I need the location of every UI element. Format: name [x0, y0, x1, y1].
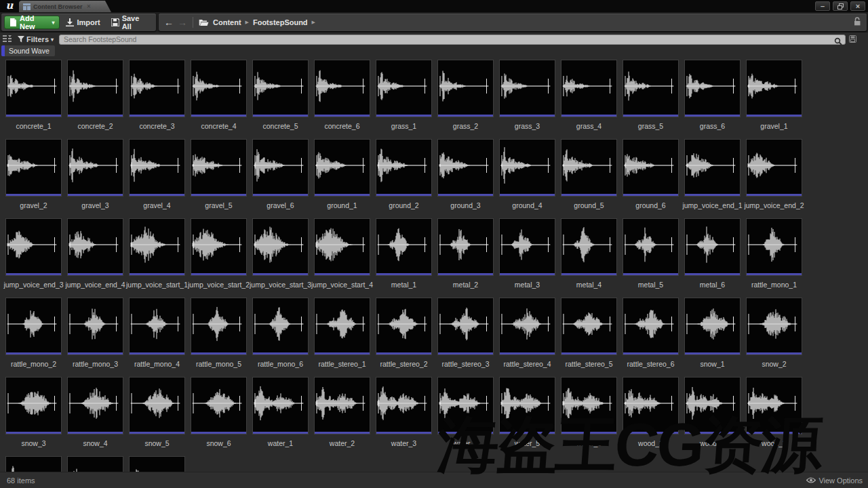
soundwave-thumbnail[interactable] [623, 377, 679, 434]
asset-tile[interactable]: grass_2 [437, 60, 494, 136]
soundwave-thumbnail[interactable] [746, 218, 802, 276]
soundwave-thumbnail[interactable] [314, 218, 370, 276]
asset-tile[interactable]: rattle_mono_2 [5, 298, 62, 373]
nav-forward-button[interactable]: → [178, 18, 187, 27]
soundwave-thumbnail[interactable] [191, 377, 247, 434]
soundwave-thumbnail[interactable] [67, 60, 123, 117]
asset-tile[interactable]: jump_voice_start_3 [252, 218, 309, 294]
soundwave-thumbnail[interactable] [314, 377, 370, 434]
asset-tile[interactable]: wood_2 [684, 377, 741, 453]
asset-tile[interactable]: ground_4 [499, 139, 555, 215]
asset-tile[interactable]: concrete_2 [67, 60, 123, 136]
asset-tile[interactable]: gravel_3 [67, 139, 123, 215]
soundwave-thumbnail[interactable] [252, 298, 309, 355]
asset-tile[interactable]: snow_6 [191, 377, 247, 453]
breadcrumb-arrow-icon[interactable]: ▶ [312, 20, 315, 25]
soundwave-thumbnail[interactable] [499, 298, 555, 355]
soundwave-thumbnail[interactable] [5, 139, 62, 197]
soundwave-thumbnail[interactable] [191, 139, 247, 197]
soundwave-thumbnail[interactable] [314, 60, 370, 117]
soundwave-thumbnail[interactable] [5, 298, 62, 355]
soundwave-thumbnail[interactable] [67, 377, 123, 434]
asset-tile[interactable]: rattle_mono_3 [67, 298, 123, 373]
soundwave-thumbnail[interactable] [623, 298, 679, 355]
asset-tile[interactable]: jump_voice_start_1 [129, 218, 185, 294]
soundwave-thumbnail[interactable] [67, 139, 123, 197]
import-button[interactable]: Import [61, 15, 104, 30]
soundwave-thumbnail[interactable] [376, 218, 432, 276]
soundwave-thumbnail[interactable] [129, 60, 185, 117]
asset-tile[interactable]: rattle_mono_6 [252, 298, 309, 373]
asset-tile[interactable]: jump_voice_end_1 [684, 139, 741, 215]
asset-tile[interactable]: metal_5 [623, 218, 679, 294]
asset-tile[interactable]: concrete_5 [252, 60, 309, 136]
soundwave-thumbnail[interactable] [67, 218, 123, 276]
asset-tile[interactable]: jump_voice_end_4 [67, 218, 123, 294]
add-new-button[interactable]: Add New ▾ [4, 16, 60, 29]
soundwave-thumbnail[interactable] [561, 298, 617, 355]
asset-tile[interactable]: water_3 [376, 377, 432, 453]
asset-tile[interactable]: wood_1 [623, 377, 679, 453]
asset-tile[interactable]: snow_5 [129, 377, 185, 453]
soundwave-thumbnail[interactable] [437, 218, 494, 276]
soundwave-thumbnail[interactable] [314, 298, 370, 355]
soundwave-thumbnail[interactable] [252, 218, 309, 276]
breadcrumb-arrow-icon[interactable]: ▶ [245, 20, 249, 25]
soundwave-thumbnail[interactable] [746, 139, 802, 197]
asset-tile[interactable]: grass_5 [623, 60, 679, 136]
breadcrumb-content[interactable]: Content [213, 18, 241, 26]
asset-tile[interactable]: metal_1 [376, 218, 432, 294]
asset-tile[interactable]: metal_6 [684, 218, 741, 294]
asset-tile[interactable]: ground_5 [561, 139, 617, 215]
asset-tile[interactable]: rattle_stereo_2 [376, 298, 432, 373]
asset-tile[interactable]: grass_6 [684, 60, 741, 136]
soundwave-thumbnail[interactable] [376, 298, 432, 355]
asset-tile[interactable]: water_6 [561, 377, 617, 453]
breadcrumb-footstepsound[interactable]: FootstepSound [253, 18, 308, 26]
asset-tile[interactable]: snow_1 [684, 298, 741, 373]
soundwave-thumbnail[interactable] [191, 298, 247, 355]
asset-tile[interactable]: grass_4 [561, 60, 617, 136]
save-search-button[interactable] [849, 33, 856, 45]
soundwave-thumbnail[interactable] [684, 298, 741, 355]
asset-tile[interactable]: jump_voice_end_3 [5, 218, 62, 294]
soundwave-thumbnail[interactable] [684, 60, 741, 117]
asset-tile[interactable]: rattle_stereo_4 [499, 298, 555, 373]
asset-tile[interactable]: ground_2 [376, 139, 432, 215]
asset-tile[interactable]: rattle_mono_1 [746, 218, 802, 294]
asset-tile[interactable]: rattle_mono_5 [191, 298, 247, 373]
soundwave-thumbnail[interactable] [684, 139, 741, 197]
asset-tile[interactable]: ground_1 [314, 139, 370, 215]
asset-tile[interactable]: ground_6 [623, 139, 679, 215]
asset-tile[interactable]: water_5 [499, 377, 555, 453]
asset-tile[interactable]: rattle_mono_4 [129, 298, 185, 373]
tab-close-icon[interactable]: ✕ [87, 3, 92, 9]
filters-dropdown-button[interactable]: Filters ▾ [18, 35, 54, 43]
asset-tile[interactable]: gravel_1 [746, 60, 802, 136]
asset-tile[interactable]: water_1 [252, 377, 309, 453]
soundwave-thumbnail[interactable] [746, 377, 802, 434]
soundwave-thumbnail[interactable] [376, 139, 432, 197]
save-all-button[interactable]: Save All [106, 15, 153, 30]
asset-tile[interactable]: grass_3 [499, 60, 555, 136]
soundwave-thumbnail[interactable] [437, 60, 494, 117]
soundwave-thumbnail[interactable] [623, 60, 679, 117]
close-button[interactable]: × [850, 1, 865, 11]
sources-panel-toggle-button[interactable] [3, 33, 12, 45]
asset-tile[interactable]: metal_4 [561, 218, 617, 294]
soundwave-thumbnail[interactable] [623, 218, 679, 276]
asset-tile[interactable]: water_2 [314, 377, 370, 453]
soundwave-thumbnail[interactable] [129, 377, 185, 434]
asset-tile[interactable]: jump_voice_end_2 [746, 139, 802, 215]
soundwave-thumbnail[interactable] [252, 377, 309, 434]
soundwave-thumbnail[interactable] [129, 298, 185, 355]
asset-tile[interactable]: concrete_6 [314, 60, 370, 136]
soundwave-thumbnail[interactable] [499, 218, 555, 276]
soundwave-thumbnail[interactable] [67, 298, 123, 355]
nav-back-button[interactable]: ← [164, 18, 174, 27]
asset-tile[interactable]: snow_3 [5, 377, 62, 453]
minimize-button[interactable]: – [815, 1, 830, 11]
asset-tile[interactable]: gravel_4 [129, 139, 185, 215]
soundwave-thumbnail[interactable] [746, 298, 802, 355]
asset-tile[interactable]: rattle_stereo_3 [437, 298, 494, 373]
